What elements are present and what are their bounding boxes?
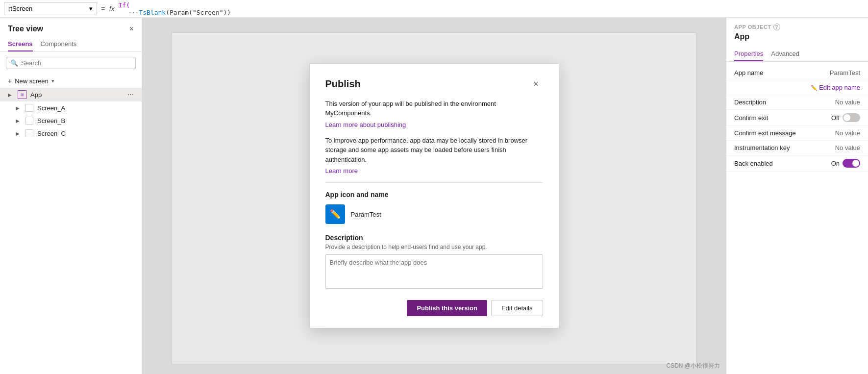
right-panel-tabs: Properties Advanced (726, 47, 868, 62)
tree-item-screen-a[interactable]: ▶ Screen_A (0, 101, 142, 114)
app-object-label: APP OBJECT ? (734, 24, 860, 30)
modal-performance-text: To improve app performance, app data may… (325, 136, 543, 165)
app-icon-row: ✏️ ParamTest (325, 204, 543, 224)
confirm-exit-toggle-container: Off (831, 113, 860, 122)
screen-b-icon (25, 117, 33, 125)
search-box[interactable]: 🔍 (6, 57, 136, 69)
tree-screen-a-label: Screen_A (37, 104, 134, 112)
back-enabled-toggle-knob (852, 160, 859, 167)
sidebar: Tree view × Screens Components 🔍 + New s… (0, 18, 142, 374)
right-panel-section: APP OBJECT ? App (726, 18, 868, 47)
description-label: Description (325, 234, 543, 242)
confirm-exit-message-row: Confirm exit message No value (726, 126, 868, 141)
tab-screens[interactable]: Screens (8, 37, 33, 51)
question-icon: ? (773, 24, 780, 30)
confirm-exit-message-value: No value (835, 129, 860, 137)
modal-title: Publish (325, 78, 361, 90)
learn-more-publishing-link[interactable]: Learn more about publishing (325, 121, 406, 128)
toggle-knob (843, 114, 850, 121)
description-row: Description No value (726, 95, 868, 110)
modal-header: Publish × (325, 77, 543, 91)
formula-code: If( ···TsBlank(Param("Screen")) (119, 1, 231, 16)
learn-more-link[interactable]: Learn more (325, 167, 358, 175)
tab-components[interactable]: Components (41, 37, 77, 51)
app-grid-icon: ⊞ (18, 90, 26, 99)
screen-a-icon (25, 104, 33, 112)
screen-c-icon (25, 129, 33, 137)
back-enabled-row: Back enabled On (726, 155, 868, 172)
app-name-label: App name (734, 69, 793, 76)
edit-details-button[interactable]: Edit details (491, 300, 543, 316)
tab-properties[interactable]: Properties (734, 47, 763, 61)
modal-divider (325, 182, 543, 183)
confirm-exit-value: Off (831, 114, 840, 122)
tab-advanced[interactable]: Advanced (771, 47, 799, 61)
canvas-area: Publish × This version of your app will … (142, 18, 726, 374)
tree-item-screen-c[interactable]: ▶ Screen_C (0, 127, 142, 140)
description-hint: Provide a description to help end-users … (325, 244, 543, 250)
tree-screen-c-label: Screen_C (37, 130, 134, 137)
right-panel: APP OBJECT ? App Properties Advanced App… (726, 18, 868, 374)
confirm-exit-toggle[interactable] (843, 113, 860, 122)
description-section: Description Provide a description to hel… (325, 234, 543, 290)
back-enabled-toggle-container: On (831, 159, 860, 168)
edit-app-name-link[interactable]: ✏️ Edit app name (811, 84, 860, 91)
new-screen-label: New screen (15, 77, 49, 85)
app-name-value: ParamTest (830, 69, 860, 76)
selector-text: rtScreen (8, 5, 32, 12)
edit-pencil-icon: ✏️ (811, 85, 818, 91)
equals-sign: = (101, 4, 105, 13)
confirm-exit-row: Confirm exit Off (726, 110, 868, 126)
instrumentation-key-label: Instrumentation key (734, 144, 793, 151)
chevron-down-icon: ▾ (51, 78, 54, 84)
plus-icon: + (8, 77, 12, 85)
app-icon-section-title: App icon and name (325, 191, 543, 199)
sidebar-tabs: Screens Components (0, 37, 142, 52)
back-enabled-value: On (831, 160, 840, 167)
back-enabled-toggle[interactable] (843, 159, 860, 168)
app-name-row: App name ParamTest (726, 66, 868, 80)
publish-modal: Publish × This version of your app will … (309, 63, 559, 329)
watermark-text: CSDN @小松很努力 (666, 362, 720, 370)
main-layout: Tree view × Screens Components 🔍 + New s… (0, 18, 868, 374)
sidebar-close-button[interactable]: × (129, 25, 134, 33)
properties-rows: App name ParamTest ✏️ Edit app name Desc… (726, 62, 868, 175)
fx-label: fx (109, 5, 115, 13)
expand-screen-b-icon: ▶ (16, 118, 24, 124)
search-input[interactable] (21, 59, 131, 67)
modal-description-text: This version of your app will be publish… (325, 99, 543, 118)
confirm-exit-message-label: Confirm exit message (734, 129, 796, 137)
instrumentation-key-value: No value (835, 144, 860, 151)
search-icon: 🔍 (10, 59, 18, 67)
app-name-text: ParamTest (351, 211, 381, 218)
tree-item-screen-b[interactable]: ▶ Screen_B (0, 114, 142, 127)
modal-overlay: Publish × This version of your app will … (142, 18, 726, 374)
tree-item-app[interactable]: ▶ ⊞ App ··· (0, 88, 142, 101)
tree-screen-b-label: Screen_B (37, 117, 134, 125)
right-panel-app-title: App (734, 32, 860, 41)
description-prop-value: No value (835, 99, 860, 106)
expand-icon: ▶ (8, 92, 16, 98)
back-enabled-label: Back enabled (734, 160, 793, 167)
expand-screen-c-icon: ▶ (16, 131, 24, 136)
app-icon-box: ✏️ (325, 204, 345, 224)
tree-app-more-icon[interactable]: ··· (127, 90, 134, 99)
description-textarea[interactable] (325, 254, 543, 289)
screen-selector[interactable]: rtScreen ▾ (4, 2, 97, 15)
instrumentation-key-row: Instrumentation key No value (726, 141, 868, 155)
pencil-icon: ✏️ (330, 209, 341, 220)
expand-screen-a-icon: ▶ (16, 105, 24, 111)
selector-chevron: ▾ (89, 5, 93, 12)
formula-bar: rtScreen ▾ = fx If( ···TsBlank(Param("Sc… (0, 0, 868, 18)
modal-footer: Publish this version Edit details (325, 300, 543, 316)
modal-close-button[interactable]: × (529, 77, 543, 91)
description-prop-label: Description (734, 99, 793, 106)
new-screen-button[interactable]: + New screen ▾ (0, 74, 142, 88)
sidebar-title: Tree view (8, 25, 43, 33)
tree-app-label: App (30, 91, 125, 99)
sidebar-header: Tree view × (0, 18, 142, 37)
edit-app-name-row: ✏️ Edit app name (726, 80, 868, 95)
confirm-exit-label: Confirm exit (734, 114, 793, 122)
publish-this-version-button[interactable]: Publish this version (407, 300, 487, 316)
